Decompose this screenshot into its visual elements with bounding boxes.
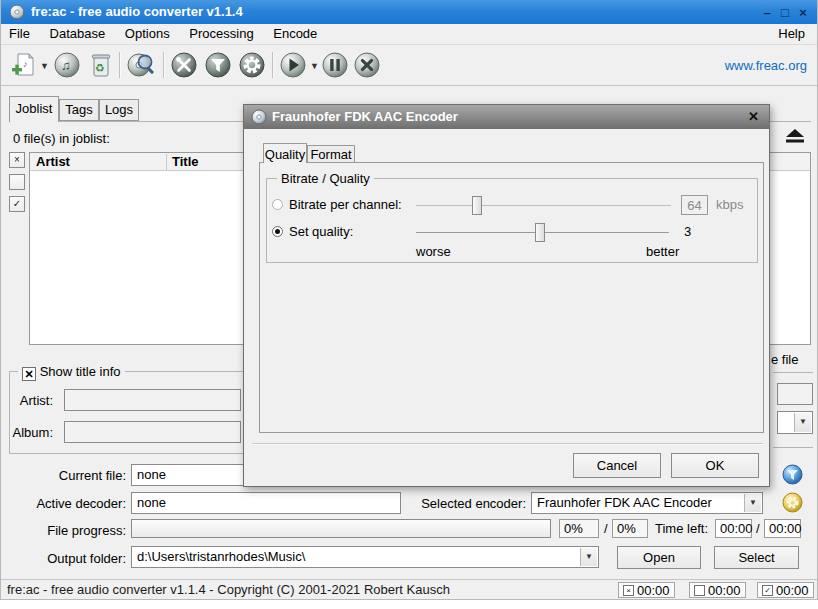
svg-text:♫: ♫ — [61, 58, 71, 73]
menu-file[interactable]: File — [1, 24, 38, 45]
artist-label: Artist: — [1, 393, 53, 408]
open-button[interactable]: Open — [617, 546, 701, 569]
quality-slider[interactable] — [416, 232, 669, 233]
file-progress-bar — [131, 519, 551, 538]
select-all-button[interactable]: × — [9, 152, 25, 168]
toolbar-separator — [272, 52, 273, 78]
bitrate-slider[interactable] — [416, 205, 671, 206]
time-left-current: 00:00 — [715, 519, 752, 538]
toggle-selection-button[interactable]: ✓ — [9, 196, 25, 212]
chevron-down-icon[interactable]: ▼ — [794, 413, 811, 432]
menu-database[interactable]: Database — [42, 24, 114, 45]
toggle-glyph: ✓ — [762, 585, 773, 596]
unselected-time-indicator: 00:00 — [689, 582, 746, 598]
selected-time: 00:00 — [637, 583, 670, 598]
bitrate-radio-label: Bitrate per channel: — [289, 197, 402, 212]
start-conversion-icon[interactable] — [279, 51, 307, 79]
add-files-dropdown-icon[interactable]: ▼ — [40, 61, 49, 71]
signal-processing-icon[interactable] — [204, 51, 232, 79]
bitrate-slider-handle[interactable] — [472, 196, 482, 215]
maximize-button[interactable]: □ — [777, 5, 793, 20]
column-divider[interactable] — [166, 154, 167, 170]
menu-processing[interactable]: Processing — [181, 24, 261, 45]
dialog-tab-quality[interactable]: Quality — [263, 143, 307, 163]
chevron-down-icon[interactable]: ▼ — [580, 548, 597, 566]
total-time-indicator: ✓ 00:00 — [757, 582, 814, 598]
stop-conversion-icon[interactable] — [353, 51, 381, 79]
selected-encoder-value: Fraunhofer FDK AAC Encoder — [537, 495, 712, 510]
selected-time-indicator: × 00:00 — [618, 582, 675, 598]
album-field[interactable] — [64, 421, 241, 443]
menu-options[interactable]: Options — [117, 24, 178, 45]
cddb-query-icon[interactable] — [126, 51, 158, 79]
encoder-settings-gear-icon[interactable] — [782, 492, 803, 513]
bitrate-value-field[interactable]: 64 — [681, 195, 708, 215]
bitrate-quality-group-title: Bitrate / Quality — [277, 171, 374, 186]
selected-encoder-select[interactable]: Fraunhofer FDK AAC Encoder ▼ — [531, 492, 763, 514]
worse-label: worse — [416, 244, 451, 259]
bitrate-quality-group: Bitrate / Quality — [266, 178, 758, 263]
column-artist[interactable]: Artist — [36, 154, 70, 169]
svg-text:♪: ♪ — [23, 59, 28, 69]
close-button[interactable]: × — [795, 5, 811, 20]
column-title[interactable]: Title — [172, 154, 199, 169]
dialog-close-button[interactable]: ✕ — [748, 109, 759, 124]
toolbar-separator — [163, 52, 164, 78]
active-decoder-value: none — [131, 492, 401, 514]
right-panel-field-fragment[interactable] — [777, 383, 813, 405]
time-left-total: 00:00 — [764, 519, 801, 538]
bitrate-unit-label: kbps — [716, 197, 743, 212]
statusbar-text: fre:ac - free audio converter v1.1.4 - C… — [7, 582, 450, 597]
dialog-tab-format[interactable]: Format — [307, 145, 355, 162]
show-title-info-label: Show title info — [40, 364, 121, 379]
eject-disc-icon[interactable] — [785, 128, 805, 144]
add-audio-cd-icon[interactable]: ♫ — [53, 51, 81, 79]
right-panel-group-line — [773, 372, 813, 373]
configure-encoder-icon[interactable] — [238, 51, 266, 79]
file-progress-label: File progress: — [1, 523, 126, 538]
dialog-title: Fraunhofer FDK AAC Encoder — [272, 109, 458, 124]
pause-conversion-icon[interactable] — [321, 51, 349, 79]
statusbar: fre:ac - free audio converter v1.1.4 - C… — [1, 579, 817, 599]
clear-joblist-icon[interactable]: ♻ — [89, 51, 113, 79]
select-button[interactable]: Select — [714, 546, 799, 569]
right-panel-fragment-label: e file — [771, 352, 798, 367]
quality-slider-handle[interactable] — [535, 223, 545, 242]
minimize-button[interactable]: – — [759, 5, 775, 20]
toolbar-separator — [119, 52, 120, 78]
output-folder-select[interactable]: d:\Users\tristanrhodes\Music\ ▼ — [131, 546, 599, 568]
output-folder-label: Output folder: — [1, 551, 126, 566]
progress-separator: / — [604, 521, 608, 536]
bitrate-radio[interactable] — [272, 199, 283, 210]
quality-radio[interactable] — [272, 226, 283, 237]
menu-encode[interactable]: Encode — [265, 24, 325, 45]
add-files-icon[interactable]: ♪ — [9, 51, 37, 79]
freac-website-link[interactable]: www.freac.org — [725, 58, 807, 73]
window-titlebar: fre:ac - free audio converter v1.1.4 – □… — [1, 0, 817, 24]
menubar: File Database Options Processing Encode … — [1, 24, 817, 45]
tab-logs[interactable]: Logs — [99, 99, 139, 121]
processing-funnel-icon[interactable] — [782, 464, 803, 485]
app-icon — [9, 4, 25, 20]
quality-value: 3 — [684, 224, 691, 239]
tab-joblist[interactable]: Joblist — [9, 96, 59, 122]
output-folder-value: d:\Users\tristanrhodes\Music\ — [137, 549, 305, 564]
artist-field[interactable] — [64, 389, 241, 411]
cancel-button[interactable]: Cancel — [573, 453, 661, 478]
show-title-info-checkbox[interactable]: ✕ — [22, 367, 36, 381]
general-settings-icon[interactable] — [170, 51, 198, 79]
chevron-down-icon[interactable]: ▼ — [744, 494, 761, 512]
select-none-button[interactable] — [9, 174, 25, 190]
dialog-titlebar: Fraunhofer FDK AAC Encoder ✕ — [244, 105, 769, 129]
ok-button[interactable]: OK — [671, 453, 759, 478]
right-panel-group-line — [773, 447, 813, 448]
unselected-time: 00:00 — [708, 583, 741, 598]
app-root: fre:ac - free audio converter v1.1.4 – □… — [0, 0, 818, 609]
right-panel-combo-fragment[interactable]: ▼ — [777, 411, 813, 434]
total-time: 00:00 — [776, 583, 809, 598]
menu-help[interactable]: Help — [772, 26, 811, 41]
show-title-info-row: ✕ Show title info — [18, 364, 125, 381]
toolbar: ♪ ▼ ♫ ♻ — [1, 45, 817, 86]
tab-tags[interactable]: Tags — [59, 99, 99, 121]
start-dropdown-icon[interactable]: ▼ — [310, 61, 319, 71]
